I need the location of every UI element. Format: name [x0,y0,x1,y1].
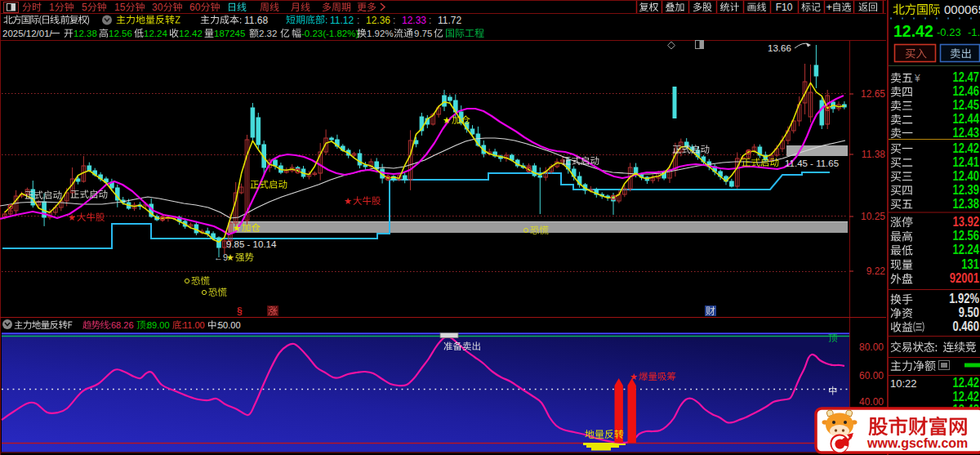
svg-text:★: ★ [344,196,352,206]
svg-text:12.33: 12.33 [402,15,426,26]
svg-text:11.45 - 11.65: 11.45 - 11.65 [785,158,839,168]
svg-text:13.92: 13.92 [952,214,979,228]
svg-text:★: ★ [443,115,451,125]
svg-text:11.12: 11.12 [330,15,354,26]
svg-text:92001: 92001 [950,271,979,285]
svg-text:★: ★ [68,212,76,222]
svg-text:60.00: 60.00 [859,370,884,381]
svg-text:12.42: 12.42 [952,389,979,403]
svg-text:80.00: 80.00 [859,341,884,353]
svg-text:-0.23(-1.82%): -0.23(-1.82%) [301,29,359,38]
svg-text:68.26: 68.26 [111,320,134,330]
svg-text::: : [393,15,395,26]
svg-text:12.43: 12.43 [952,125,979,139]
svg-text:2025/12/01/: 2025/12/01/ [2,29,53,38]
svg-text:12.38: 12.38 [74,29,97,38]
svg-text:+: + [826,1,833,13]
svg-text:§: § [237,306,243,317]
svg-text:9.75: 9.75 [414,29,432,38]
svg-text:15: 15 [114,2,126,13]
svg-text:12.42: 12.42 [893,22,933,40]
svg-text:60: 60 [189,2,201,13]
svg-text:000065: 000065 [944,2,980,16]
svg-text:131: 131 [961,256,979,270]
svg-text:12.56: 12.56 [109,29,132,38]
svg-text:12.40: 12.40 [952,168,979,182]
svg-text:2.32: 2.32 [259,29,277,38]
svg-text:12.36: 12.36 [366,15,390,26]
svg-text:1.92%: 1.92% [949,292,979,306]
svg-text:★: ★ [233,223,241,233]
svg-text:12.41: 12.41 [952,154,979,168]
svg-text:12.24: 12.24 [144,29,167,38]
svg-text:11.00: 11.00 [183,320,205,330]
svg-text:12.45: 12.45 [952,98,979,112]
svg-text:F10: F10 [776,2,793,13]
svg-text:11.72: 11.72 [438,15,461,26]
svg-text:0.460: 0.460 [952,319,979,333]
svg-text::: : [357,15,359,26]
svg-text:40.00: 40.00 [859,396,884,408]
svg-text::: : [429,15,431,26]
svg-text:www.gscfw.com: www.gscfw.com [866,436,968,450]
svg-text:★: ★ [630,372,638,381]
svg-text:12.42: 12.42 [179,29,203,38]
svg-text:12.38: 12.38 [952,196,979,210]
svg-text:12.65: 12.65 [861,88,885,100]
svg-text:11.68: 11.68 [244,15,268,26]
svg-text:13.66: 13.66 [768,43,791,53]
svg-text:12.44: 12.44 [952,112,979,126]
svg-text:12.56: 12.56 [952,229,979,243]
svg-text:187245: 187245 [214,29,245,38]
svg-text:9.50: 9.50 [959,306,979,319]
svg-text:12.42: 12.42 [952,141,979,154]
svg-text:12.39: 12.39 [952,182,979,196]
svg-text:1.92%: 1.92% [367,29,394,38]
svg-text:12.24: 12.24 [952,243,979,256]
svg-text:-0.23: -0.23 [937,26,961,38]
svg-text:5: 5 [82,2,87,13]
svg-text:10.25: 10.25 [861,211,885,222]
svg-text:1: 1 [49,2,55,13]
svg-text:-1.82%: -1.82% [968,26,980,38]
svg-text:12.42: 12.42 [952,375,979,389]
svg-text:9.85 - 10.14: 9.85 - 10.14 [226,239,277,249]
svg-text:89.00: 89.00 [147,320,170,330]
svg-text:50.00: 50.00 [218,320,241,330]
svg-text:11.38: 11.38 [862,149,885,160]
svg-text:12.47: 12.47 [952,70,979,84]
svg-text:¥: ¥ [914,73,920,84]
svg-text:9.22: 9.22 [866,265,886,277]
svg-text:12.46: 12.46 [952,84,979,98]
svg-text:★: ★ [226,252,234,262]
svg-text:30: 30 [152,2,163,13]
svg-text:10:22: 10:22 [890,377,917,390]
